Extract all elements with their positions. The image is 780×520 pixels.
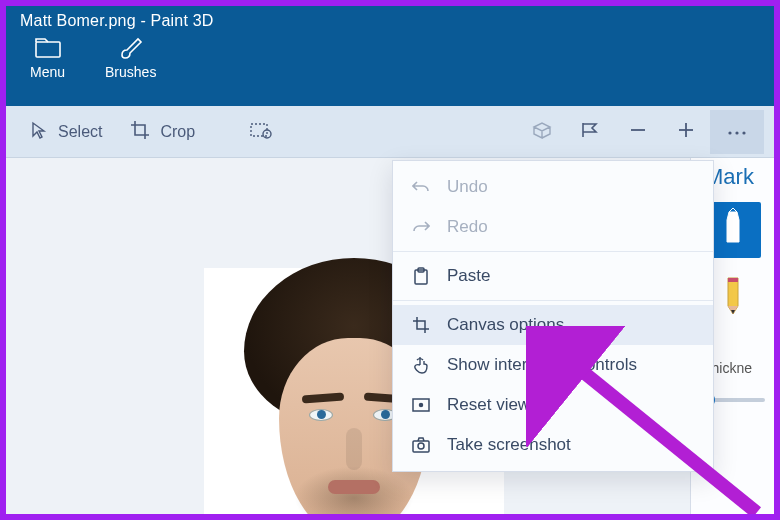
menu-item-label: Redo xyxy=(447,217,488,237)
crop-label: Crop xyxy=(160,123,195,141)
menu-item-label: Undo xyxy=(447,177,488,197)
menu-item-undo: Undo xyxy=(393,167,713,207)
svg-point-13 xyxy=(420,404,423,407)
svg-rect-9 xyxy=(728,278,738,282)
toolbar: Select Crop xyxy=(6,106,774,158)
menu-item-take-screenshot[interactable]: Take screenshot xyxy=(393,425,713,465)
paste-icon xyxy=(411,266,431,286)
menu-separator xyxy=(393,251,713,252)
undo-icon xyxy=(411,177,431,197)
select-cursor-icon xyxy=(30,121,48,143)
redo-icon xyxy=(411,217,431,237)
menu-item-show-interaction[interactable]: Show interaction controls xyxy=(393,345,713,385)
menu-item-redo: Redo xyxy=(393,207,713,247)
touch-icon xyxy=(411,355,431,375)
menu-item-paste[interactable]: Paste xyxy=(393,256,713,296)
brushes-button[interactable]: Brushes xyxy=(105,36,156,80)
menu-separator xyxy=(393,300,713,301)
menu-item-label: Reset view xyxy=(447,395,530,415)
select-label: Select xyxy=(58,123,102,141)
reset-view-icon xyxy=(411,395,431,415)
menu-item-label: Show interaction controls xyxy=(447,355,637,375)
crop-icon xyxy=(130,120,150,144)
minus-icon xyxy=(628,120,648,144)
menu-item-label: Canvas options xyxy=(447,315,564,335)
menu-item-label: Take screenshot xyxy=(447,435,571,455)
ellipsis-icon xyxy=(726,123,748,141)
titlebar-actions: Menu Brushes xyxy=(20,36,760,80)
canvas-options-icon xyxy=(411,315,431,335)
titlebar: Matt Bomer.png - Paint 3D Menu Brushes xyxy=(6,6,774,106)
cube-icon xyxy=(532,121,552,143)
pencil-icon xyxy=(720,272,746,320)
zoom-in-button[interactable] xyxy=(662,112,710,152)
svg-point-7 xyxy=(735,131,738,134)
flag-tool[interactable] xyxy=(566,112,614,152)
svg-point-8 xyxy=(742,131,745,134)
menu-item-reset-view[interactable]: Reset view xyxy=(393,385,713,425)
folder-icon xyxy=(34,36,62,60)
magic-select-tool[interactable] xyxy=(237,112,285,152)
zoom-out-button[interactable] xyxy=(614,112,662,152)
menu-label: Menu xyxy=(30,64,65,80)
context-menu: Undo Redo Paste Canvas options xyxy=(392,160,714,472)
brushes-label: Brushes xyxy=(105,64,156,80)
menu-item-label: Paste xyxy=(447,266,490,286)
crop-tool[interactable]: Crop xyxy=(116,112,209,152)
plus-icon xyxy=(676,120,696,144)
more-options-button[interactable] xyxy=(710,110,764,154)
window-title: Matt Bomer.png - Paint 3D xyxy=(20,12,760,30)
select-tool[interactable]: Select xyxy=(16,113,116,151)
menu-item-canvas-options[interactable]: Canvas options xyxy=(393,305,713,345)
camera-icon xyxy=(411,435,431,455)
marker-icon xyxy=(719,208,747,252)
magic-select-icon xyxy=(250,121,272,143)
svg-point-6 xyxy=(728,131,731,134)
svg-point-15 xyxy=(418,443,424,449)
svg-rect-0 xyxy=(36,42,60,57)
brush-icon xyxy=(117,36,145,60)
paint3d-window: Matt Bomer.png - Paint 3D Menu Brushes xyxy=(6,6,774,514)
menu-button[interactable]: Menu xyxy=(30,36,65,80)
screenshot-frame: Matt Bomer.png - Paint 3D Menu Brushes xyxy=(0,0,780,520)
flag-icon xyxy=(580,121,600,143)
3d-view-tool[interactable] xyxy=(518,112,566,152)
